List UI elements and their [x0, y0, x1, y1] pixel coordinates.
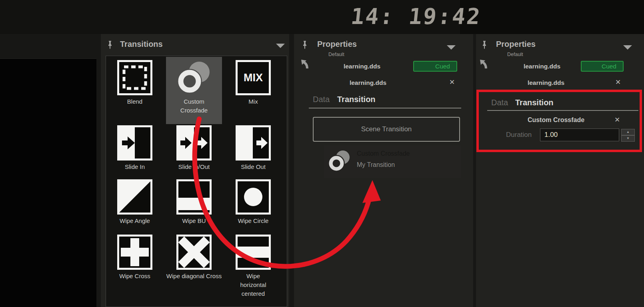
slide-in-icon [117, 125, 152, 161]
transition-item-wipe-bu[interactable]: Wipe BU [166, 179, 222, 225]
close-icon[interactable]: ✕ [614, 116, 620, 123]
transition-label: Wipe diagonal Cross [166, 272, 222, 281]
panel-subtitle: Default [507, 52, 523, 57]
drag-preview-subtitle: My Transition [357, 161, 395, 169]
transition-label: Slide Out [225, 163, 281, 171]
layer-name: learning.dds [476, 79, 616, 86]
transition-label: Wipe horizontal centered [235, 272, 272, 298]
duration-input[interactable] [540, 128, 619, 141]
transition-label: Wipe Cross [107, 272, 163, 281]
transitions-grid: Blend Custom Crossfade MIX Mix Slide In … [106, 56, 287, 307]
wipe-angle-icon [117, 179, 152, 215]
tab-underline [309, 108, 461, 108]
transition-item-custom-crossfade[interactable]: Custom Crossfade [166, 57, 222, 124]
applied-transition-name: Custom Crossfade [476, 116, 636, 124]
properties-panel-middle: Properties Default learning.dds Cued lea… [294, 34, 473, 307]
slide-in-out-icon [176, 125, 212, 161]
transition-item-blend[interactable]: Blend [107, 60, 163, 106]
panel-title: Properties [317, 40, 357, 49]
cued-status-badge[interactable]: Cued [413, 61, 457, 72]
tab-transition[interactable]: Transition [337, 95, 376, 104]
custom-crossfade-icon [176, 60, 212, 95]
wipe-circle-icon [236, 179, 271, 215]
transition-item-mix[interactable]: MIX Mix [225, 60, 281, 106]
wipe-bu-icon [176, 179, 212, 215]
transition-label: Slide In/Out [166, 163, 222, 171]
tab-data[interactable]: Data [491, 98, 508, 107]
panel-title: Properties [496, 40, 536, 49]
spinner-up-button[interactable]: ▲ [621, 129, 635, 135]
properties-panel-right: Properties Default learning.dds Cued lea… [476, 34, 644, 307]
chevron-down-icon[interactable] [623, 45, 632, 50]
transition-item-wipe-horizontal-centered[interactable]: Wipe horizontal centered [225, 235, 281, 298]
transition-item-wipe-diagonal-cross[interactable]: Wipe diagonal Cross [166, 235, 222, 281]
transition-item-slide-in-out[interactable]: Slide In/Out [166, 125, 222, 171]
pin-icon[interactable] [302, 40, 308, 51]
transition-label: Blend [107, 97, 163, 106]
custom-crossfade-icon [328, 149, 351, 174]
chevron-down-icon[interactable] [276, 44, 285, 48]
tab-underline [487, 110, 638, 111]
slide-out-icon [236, 125, 271, 161]
transition-label: Wipe Angle [107, 217, 163, 225]
transition-item-wipe-angle[interactable]: Wipe Angle [107, 179, 163, 225]
panel-title: Transitions [120, 40, 163, 49]
svg-text:MIX: MIX [244, 72, 263, 84]
transition-item-slide-in[interactable]: Slide In [107, 125, 163, 171]
pin-icon[interactable] [107, 40, 113, 49]
wipe-diagonal-cross-icon [176, 235, 212, 270]
drag-preview[interactable]: Custom Crossfade My Transition [324, 145, 461, 178]
tab-transition[interactable]: Transition [515, 98, 554, 107]
stage-viewport [0, 58, 96, 307]
transition-label: Wipe BU [166, 217, 222, 225]
drag-preview-title: Custom Crossfade [357, 150, 410, 157]
layer-name: learning.dds [294, 79, 442, 86]
digital-clock: 14: 19:42 [342, 2, 489, 30]
duration-label: Duration [506, 131, 532, 139]
transition-item-wipe-circle[interactable]: Wipe Circle [225, 179, 281, 225]
transition-item-wipe-cross[interactable]: Wipe Cross [107, 235, 163, 281]
scene-transition-button[interactable]: Scene Transition [313, 117, 460, 142]
panel-subtitle: Default [328, 52, 344, 57]
mix-icon: MIX [236, 60, 271, 95]
transition-label: Custom Crossfade [176, 97, 212, 115]
wipe-horizontal-centered-icon [236, 235, 271, 270]
resource-name: learning.dds [294, 63, 430, 70]
transition-label: Mix [225, 97, 281, 106]
transition-label: Wipe Circle [225, 217, 281, 225]
transitions-panel: Transitions Blend Custom Crossfade MIX M… [101, 34, 289, 307]
pin-icon[interactable] [482, 40, 487, 51]
chevron-down-icon[interactable] [447, 45, 456, 50]
close-icon[interactable]: ✕ [615, 79, 621, 86]
transition-item-slide-out[interactable]: Slide Out [225, 125, 281, 171]
wipe-cross-icon [117, 235, 152, 270]
transition-label: Slide In [107, 163, 163, 171]
blend-icon [117, 60, 152, 95]
close-icon[interactable]: ✕ [449, 79, 455, 86]
tab-data[interactable]: Data [313, 95, 330, 104]
spinner-down-button[interactable]: ▼ [621, 135, 635, 142]
cued-status-badge[interactable]: Cued [581, 61, 624, 72]
